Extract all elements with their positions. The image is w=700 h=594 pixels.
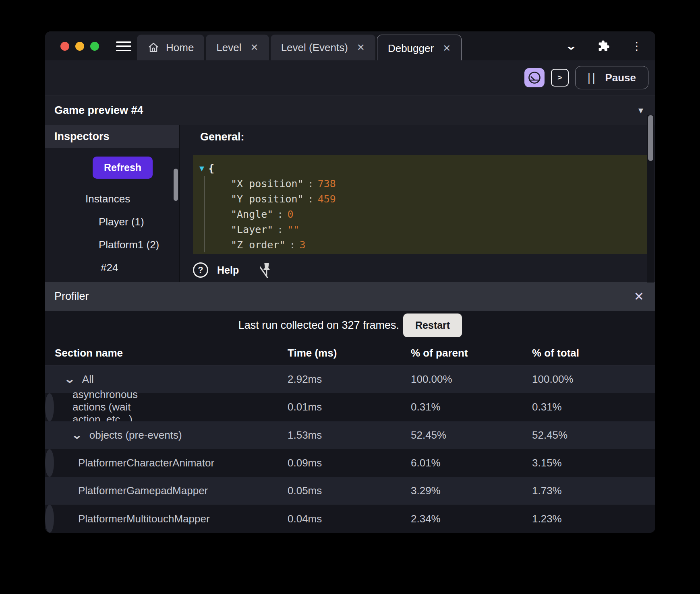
profiler-row-platformercharacteranimator[interactable]: PlatformerCharacterAnimator0.09ms6.01%3.… bbox=[45, 449, 54, 477]
tab-home[interactable]: Home bbox=[137, 35, 204, 60]
unpin-icon[interactable] bbox=[260, 262, 273, 278]
json-open-brace: { bbox=[208, 163, 214, 174]
inspectors-tree: InstancesPlayer (1)Platform1 (2)#24 bbox=[45, 188, 179, 279]
time-value: 0.09ms bbox=[288, 457, 322, 469]
json-property: "Angle":0 bbox=[231, 206, 648, 222]
tab-label: Level bbox=[216, 41, 241, 54]
game-preview-header[interactable]: Game preview #4 ▾ bbox=[45, 95, 655, 126]
help-question-icon[interactable]: ? bbox=[193, 262, 208, 278]
tabbar-right-actions: ⌄ ⋮ bbox=[567, 31, 642, 60]
profiler-close-icon[interactable]: ✕ bbox=[634, 289, 644, 303]
pct-parent-value: 2.34% bbox=[411, 513, 441, 525]
column-pct-total: % of total bbox=[532, 347, 579, 359]
pct-total-value: 1.73% bbox=[532, 485, 562, 497]
inspectors-scrollbar[interactable] bbox=[174, 169, 178, 201]
window-controls bbox=[60, 42, 99, 51]
chevron-down-icon[interactable]: ⌄ bbox=[565, 40, 577, 52]
json-value[interactable]: 738 bbox=[318, 178, 336, 190]
profiler-row-platformergamepadmapper[interactable]: PlatformerGamepadMapper0.05ms3.29%1.73% bbox=[45, 477, 655, 505]
extensions-puzzle-icon[interactable] bbox=[596, 39, 610, 53]
row-collapse-chevron-icon[interactable]: ⌄ bbox=[64, 373, 75, 386]
profiler-info-row: Last run collected on 327 frames. Restar… bbox=[45, 311, 655, 340]
more-options-kebab-icon[interactable]: ⋮ bbox=[631, 39, 642, 53]
pct-total-value: 3.15% bbox=[532, 457, 562, 469]
profiler-section: Profiler ✕ Last run collected on 327 fra… bbox=[45, 282, 655, 533]
app-window: HomeLevel✕Level (Events)✕Debugger✕ ⌄ ⋮ >… bbox=[45, 31, 655, 533]
restart-button[interactable]: Restart bbox=[403, 314, 462, 337]
pause-button[interactable]: || Pause bbox=[575, 66, 648, 89]
tab-level[interactable]: Level✕ bbox=[206, 35, 269, 60]
preview-dropdown-icon[interactable]: ▾ bbox=[638, 105, 643, 116]
inspectors-panel: Inspectors Refresh InstancesPlayer (1)Pl… bbox=[45, 125, 180, 282]
profiler-row-asynchronous-actions-wait-action-etc-[interactable]: asynchronous actions (wait action, etc..… bbox=[45, 393, 54, 421]
tab-close-icon[interactable]: ✕ bbox=[440, 43, 451, 54]
debugger-panels: Inspectors Refresh InstancesPlayer (1)Pl… bbox=[45, 125, 655, 282]
debugger-toolbar: > || Pause bbox=[45, 60, 655, 95]
json-value[interactable]: "" bbox=[287, 224, 299, 235]
properties-json-view: ▼ { "X position":738"Y position":459"Ang… bbox=[193, 155, 648, 254]
pct-parent-value: 0.31% bbox=[411, 401, 441, 413]
tab-close-icon[interactable]: ✕ bbox=[248, 42, 259, 53]
time-value: 0.01ms bbox=[288, 401, 322, 413]
home-icon bbox=[147, 41, 159, 54]
help-row: ? Help bbox=[193, 259, 273, 281]
section-name: PlatformerMultitouchMapper bbox=[78, 513, 210, 525]
row-collapse-chevron-icon[interactable]: ⌄ bbox=[71, 429, 83, 441]
profiler-scrollbar-thumb[interactable] bbox=[648, 115, 653, 161]
column-section-name: Section name bbox=[55, 347, 123, 359]
json-key: "Angle" bbox=[231, 208, 273, 220]
section-name: asynchronous actions (wait action, etc..… bbox=[72, 388, 138, 426]
pct-total-value: 100.00% bbox=[532, 373, 574, 386]
inspector-item--24[interactable]: #24 bbox=[45, 256, 179, 279]
refresh-button[interactable]: Refresh bbox=[93, 157, 153, 179]
tab-level-events-[interactable]: Level (Events)✕ bbox=[271, 35, 375, 60]
inspectors-header: Inspectors bbox=[45, 125, 179, 148]
time-value: 1.53ms bbox=[288, 429, 322, 441]
json-property: "Layer":"" bbox=[231, 222, 648, 237]
main-menu-icon[interactable] bbox=[116, 41, 131, 51]
tab-label: Debugger bbox=[388, 42, 434, 55]
game-preview-title: Game preview #4 bbox=[54, 104, 143, 117]
pause-icon: || bbox=[588, 70, 597, 85]
profiler-table-header: Section name Time (ms) % of parent % of … bbox=[45, 340, 655, 365]
help-label[interactable]: Help bbox=[217, 264, 239, 276]
json-property: "X position":738 bbox=[231, 176, 648, 191]
close-window-button[interactable] bbox=[60, 42, 69, 51]
profiler-title: Profiler bbox=[54, 290, 89, 303]
pct-total-value: 0.31% bbox=[532, 401, 562, 413]
pct-parent-value: 100.00% bbox=[411, 373, 452, 386]
zoom-window-button[interactable] bbox=[90, 42, 99, 51]
section-name: PlatformerGamepadMapper bbox=[78, 485, 208, 497]
tab-close-icon[interactable]: ✕ bbox=[354, 42, 365, 53]
pause-label: Pause bbox=[605, 72, 636, 84]
pct-parent-value: 6.01% bbox=[411, 457, 441, 469]
json-key: "Y position" bbox=[231, 193, 304, 205]
inspector-item-instances[interactable]: Instances bbox=[45, 188, 179, 210]
tab-debugger[interactable]: Debugger✕ bbox=[377, 35, 462, 62]
json-colon: : bbox=[304, 193, 318, 205]
pct-parent-value: 3.29% bbox=[411, 485, 441, 497]
console-button[interactable]: > bbox=[551, 69, 569, 87]
tab-label: Level (Events) bbox=[281, 41, 348, 54]
column-time: Time (ms) bbox=[288, 347, 337, 359]
json-property: "Y position":459 bbox=[231, 191, 648, 206]
json-value[interactable]: 459 bbox=[318, 193, 336, 205]
inspector-item-platform1-2-[interactable]: Platform1 (2) bbox=[45, 233, 179, 256]
console-prompt-glyph: > bbox=[557, 73, 562, 82]
profiler-row-objects-pre-events-[interactable]: ⌄objects (pre-events)1.53ms52.45%52.45% bbox=[45, 421, 655, 449]
profiler-row-platformermultitouchmapper[interactable]: PlatformerMultitouchMapper0.04ms2.34%1.2… bbox=[45, 505, 54, 532]
inspector-item-player-1-[interactable]: Player (1) bbox=[45, 210, 179, 233]
tab-label: Home bbox=[166, 41, 194, 54]
tab-bar: HomeLevel✕Level (Events)✕Debugger✕ ⌄ ⋮ bbox=[45, 31, 655, 60]
profiler-header: Profiler ✕ bbox=[45, 282, 655, 311]
profiler-gauge-button[interactable] bbox=[524, 68, 545, 87]
json-value[interactable]: 3 bbox=[300, 239, 306, 251]
collapse-triangle-icon[interactable]: ▼ bbox=[199, 163, 204, 173]
minimize-window-button[interactable] bbox=[75, 42, 84, 51]
time-value: 0.04ms bbox=[288, 513, 322, 525]
json-key: "Layer" bbox=[231, 224, 273, 235]
json-key: "Z order" bbox=[231, 239, 285, 251]
json-colon: : bbox=[304, 178, 318, 190]
json-value[interactable]: 0 bbox=[287, 208, 293, 220]
profiler-status-text: Last run collected on 327 frames. bbox=[238, 319, 399, 332]
